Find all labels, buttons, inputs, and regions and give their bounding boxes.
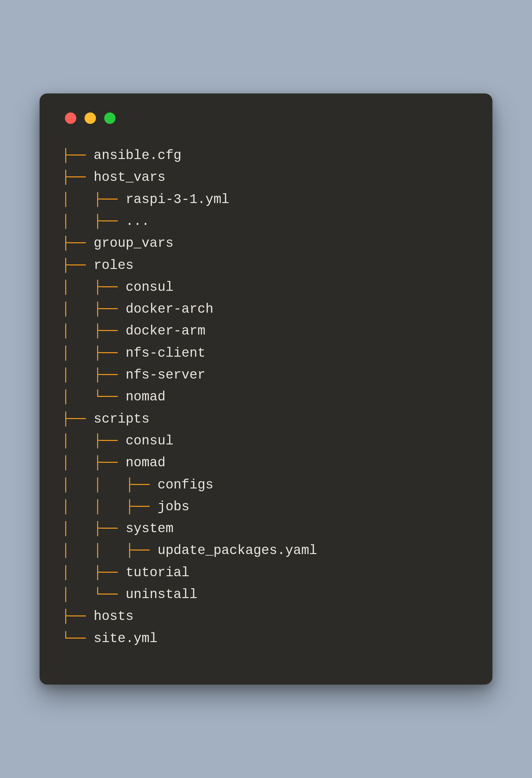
tree-branch: │ │ ├── <box>62 543 157 558</box>
tree-branch: ├── <box>62 258 94 273</box>
tree-line: ├── scripts <box>62 408 470 430</box>
tree-branch: │ ├── <box>62 433 126 449</box>
tree-line: │ ├── docker-arm <box>62 320 470 342</box>
tree-entry-name: docker-arch <box>126 302 213 317</box>
tree-line: │ │ ├── configs <box>62 474 470 496</box>
tree-branch: │ ├── <box>62 368 126 383</box>
tree-line: │ ├── nomad <box>62 452 470 474</box>
tree-branch: ├── <box>62 411 94 427</box>
tree-branch: │ ├── <box>62 565 126 580</box>
tree-branch: │ │ ├── <box>62 477 157 492</box>
tree-branch: │ ├── <box>62 280 126 295</box>
tree-entry-name: configs <box>157 477 213 492</box>
tree-branch: │ ├── <box>62 455 126 470</box>
tree-line: ├── roles <box>62 255 470 277</box>
tree-entry-name: nomad <box>126 455 166 470</box>
tree-entry-name: ansible.cfg <box>94 148 181 163</box>
tree-line: ├── ansible.cfg <box>62 145 470 167</box>
tree-branch: │ │ ├── <box>62 499 157 515</box>
tree-line: │ │ ├── jobs <box>62 496 470 518</box>
tree-line: │ ├── tutorial <box>62 562 470 584</box>
tree-entry-name: jobs <box>157 499 189 515</box>
tree-line: ├── hosts <box>62 606 470 628</box>
tree-entry-name: system <box>126 521 174 536</box>
tree-branch: │ ├── <box>62 345 126 361</box>
tree-entry-name: site.yml <box>94 631 158 646</box>
tree-entry-name: scripts <box>94 411 150 427</box>
tree-line: ├── host_vars <box>62 167 470 188</box>
tree-line: │ ├── consul <box>62 430 470 452</box>
tree-line: │ ├── system <box>62 518 470 540</box>
close-icon[interactable] <box>65 112 76 124</box>
tree-entry-name: raspi-3-1.yml <box>126 192 230 207</box>
tree-branch: │ ├── <box>62 302 126 317</box>
tree-branch: │ ├── <box>62 192 126 207</box>
tree-entry-name: host_vars <box>94 170 166 185</box>
tree-branch: │ ├── <box>62 521 126 536</box>
tree-branch: ├── <box>62 236 94 251</box>
tree-branch: ├── <box>62 148 94 163</box>
tree-entry-name: nfs-server <box>126 368 205 383</box>
tree-branch: └── <box>62 631 94 646</box>
tree-line: │ └── uninstall <box>62 584 470 606</box>
tree-branch: ├── <box>62 609 94 624</box>
tree-line: ├── group_vars <box>62 233 470 254</box>
tree-entry-name: consul <box>126 433 174 449</box>
tree-entry-name: hosts <box>94 609 134 624</box>
tree-branch: │ ├── <box>62 214 126 229</box>
tree-line: └── site.yml <box>62 628 470 650</box>
tree-line: │ ├── consul <box>62 277 470 298</box>
terminal-window: ├── ansible.cfg├── host_vars│ ├── raspi-… <box>39 93 493 685</box>
tree-entry-name: update_packages.yaml <box>157 543 317 558</box>
tree-entry-name: nfs-client <box>126 345 205 361</box>
minimize-icon[interactable] <box>85 112 96 124</box>
tree-branch: ├── <box>62 170 94 185</box>
window-controls <box>62 112 470 124</box>
tree-entry-name: consul <box>126 280 174 295</box>
tree-branch: │ └── <box>62 389 126 404</box>
tree-line: │ ├── docker-arch <box>62 298 470 320</box>
tree-entry-name: ... <box>126 214 150 229</box>
tree-branch: │ └── <box>62 587 126 602</box>
tree-branch: │ ├── <box>62 323 126 339</box>
tree-line: │ ├── nfs-server <box>62 364 470 386</box>
tree-line: │ │ ├── update_packages.yaml <box>62 540 470 562</box>
tree-entry-name: roles <box>94 258 134 273</box>
tree-entry-name: uninstall <box>126 587 198 602</box>
tree-line: │ ├── nfs-client <box>62 342 470 364</box>
tree-entry-name: nomad <box>126 389 166 404</box>
tree-line: │ ├── ... <box>62 211 470 233</box>
tree-entry-name: docker-arm <box>126 323 205 339</box>
tree-entry-name: group_vars <box>94 236 174 251</box>
tree-line: │ └── nomad <box>62 386 470 408</box>
tree-line: │ ├── raspi-3-1.yml <box>62 189 470 211</box>
tree-entry-name: tutorial <box>126 565 190 580</box>
directory-tree: ├── ansible.cfg├── host_vars│ ├── raspi-… <box>62 145 470 650</box>
maximize-icon[interactable] <box>104 112 115 124</box>
